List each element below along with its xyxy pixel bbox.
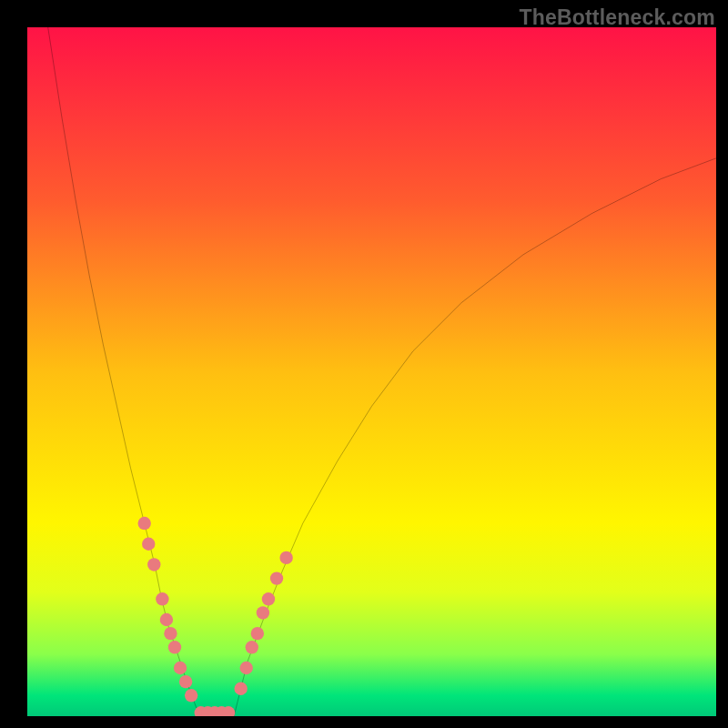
data-marker	[160, 613, 173, 626]
data-marker	[251, 627, 264, 640]
chart-frame: TheBottleneck.com	[0, 0, 728, 728]
data-marker	[246, 641, 258, 653]
curve-right-branch	[234, 158, 716, 716]
data-marker	[168, 641, 181, 653]
curve-group	[48, 27, 716, 716]
chart-svg	[27, 27, 716, 716]
data-marker	[179, 675, 192, 688]
data-marker	[234, 682, 247, 695]
data-marker	[174, 662, 187, 674]
data-marker	[257, 606, 269, 619]
marker-group	[137, 517, 292, 716]
curve-left-branch	[48, 27, 200, 716]
data-marker	[270, 571, 283, 584]
data-marker	[185, 689, 197, 702]
data-marker	[262, 592, 275, 605]
data-marker	[240, 662, 253, 674]
watermark-text: TheBottleneck.com	[519, 5, 715, 30]
data-marker	[156, 592, 168, 605]
data-marker	[142, 538, 155, 551]
data-marker	[137, 517, 150, 530]
data-marker	[164, 627, 177, 640]
data-marker	[279, 551, 292, 564]
plot-area	[27, 27, 716, 716]
data-marker	[147, 558, 160, 571]
